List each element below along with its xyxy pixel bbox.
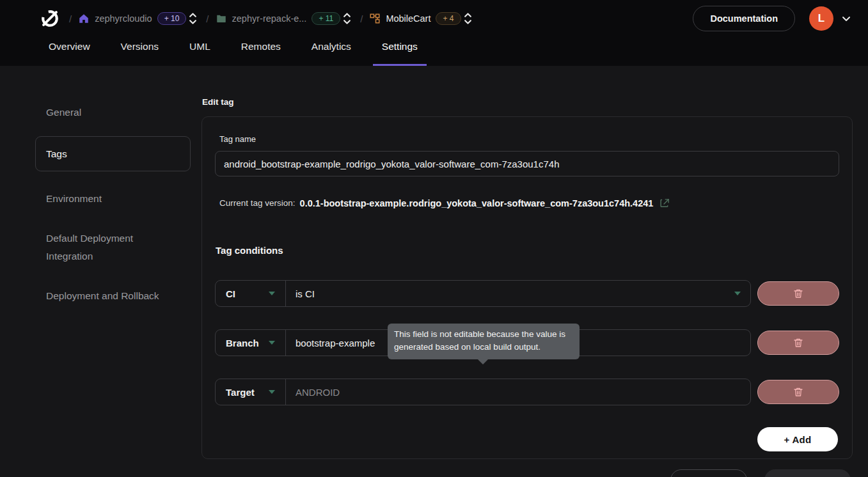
sidebar-item-deployment-and-rollback[interactable]: Deployment and Rollback bbox=[35, 280, 191, 311]
breadcrumb-separator: / bbox=[69, 13, 72, 24]
breadcrumb-separator: / bbox=[206, 13, 209, 24]
documentation-button[interactable]: Documentation bbox=[693, 6, 795, 31]
tab-settings[interactable]: Settings bbox=[373, 37, 427, 66]
add-condition-button[interactable]: + Add bbox=[757, 427, 838, 451]
chevron-down-icon bbox=[269, 292, 275, 295]
current-version-line: Current tag version: 0.0.1-bootstrap-exa… bbox=[219, 198, 839, 208]
page-title: Edit tag bbox=[201, 97, 853, 107]
external-link-icon[interactable] bbox=[659, 198, 670, 208]
breadcrumb-project[interactable]: zephyr-repack-e... + 11 bbox=[216, 12, 341, 25]
tag-conditions-title: Tag conditions bbox=[216, 245, 839, 256]
condition-value-dropdown[interactable]: is CI bbox=[286, 281, 750, 306]
top-bar: / zephyrcloudio + 10 / zephyr-repack-e..… bbox=[0, 0, 868, 37]
condition-type-select[interactable]: Target bbox=[216, 379, 286, 405]
add-row: + Add bbox=[215, 427, 839, 451]
edit-tag-panel: Tag name Current tag version: 0.0.1-boot… bbox=[201, 116, 853, 459]
condition-value-label: bootstrap-example bbox=[296, 338, 375, 348]
condition-value-field-disabled: ANDROID bbox=[286, 379, 750, 405]
sidebar-item-general[interactable]: General bbox=[35, 97, 191, 128]
current-version-label: Current tag version: bbox=[219, 198, 296, 208]
tag-name-input[interactable] bbox=[215, 151, 839, 176]
zephyr-logo-icon[interactable] bbox=[37, 6, 63, 31]
bottom-right-button-partial[interactable] bbox=[764, 469, 851, 477]
condition-value-label: is CI bbox=[296, 288, 315, 299]
condition-value-label: ANDROID bbox=[296, 387, 340, 398]
folder-icon bbox=[216, 13, 227, 24]
breadcrumb-app-label: MobileCart bbox=[386, 13, 430, 24]
delete-condition-button[interactable] bbox=[757, 380, 839, 404]
top-header: / zephyrcloudio + 10 / zephyr-repack-e..… bbox=[0, 0, 868, 66]
sidebar-item-tags[interactable]: Tags bbox=[35, 136, 191, 171]
condition-type-select[interactable]: Branch bbox=[216, 330, 286, 356]
breadcrumb-org-label: zephyrcloudio bbox=[95, 13, 152, 24]
project-switcher-chevrons-icon[interactable] bbox=[343, 12, 351, 26]
breadcrumb-separator: / bbox=[360, 13, 363, 24]
trash-icon bbox=[793, 387, 803, 397]
primary-tabs: Overview Versions UML Remotes Analytics … bbox=[0, 37, 868, 66]
tab-uml[interactable]: UML bbox=[180, 37, 219, 66]
condition-type-select[interactable]: CI bbox=[216, 281, 286, 306]
chevron-down-icon bbox=[269, 341, 275, 345]
field-not-editable-tooltip: This field is not editable because the v… bbox=[388, 324, 580, 359]
breadcrumb-application[interactable]: MobileCart + 4 bbox=[369, 12, 461, 25]
condition-combo: CI is CI bbox=[215, 280, 751, 307]
user-avatar[interactable]: L bbox=[809, 6, 833, 31]
org-switcher-chevrons-icon[interactable] bbox=[189, 12, 197, 26]
condition-row-target: Target ANDROID bbox=[215, 379, 839, 405]
current-version-value: 0.0.1-bootstrap-example.rodrigo_yokota_v… bbox=[300, 198, 654, 208]
project-count-badge: + 11 bbox=[312, 12, 340, 25]
tab-overview[interactable]: Overview bbox=[40, 37, 99, 66]
delete-condition-button[interactable] bbox=[757, 281, 839, 306]
condition-combo: Target ANDROID bbox=[215, 379, 751, 405]
bottom-left-button-partial[interactable] bbox=[670, 469, 747, 477]
user-menu-chevron-down-icon[interactable] bbox=[841, 13, 851, 24]
settings-sidebar: General Tags Environment Default Deploym… bbox=[0, 66, 201, 459]
app-count-badge: + 4 bbox=[436, 12, 461, 25]
sidebar-item-environment[interactable]: Environment bbox=[35, 183, 191, 214]
condition-type-label: Target bbox=[226, 387, 255, 398]
org-count-badge: + 10 bbox=[157, 12, 187, 25]
tab-remotes[interactable]: Remotes bbox=[232, 37, 290, 66]
chevron-down-icon bbox=[269, 390, 275, 394]
app-switcher-chevrons-icon[interactable] bbox=[464, 12, 472, 26]
condition-type-label: CI bbox=[226, 288, 235, 299]
tab-versions[interactable]: Versions bbox=[112, 37, 168, 66]
breadcrumb-project-label: zephyr-repack-e... bbox=[232, 13, 307, 24]
delete-condition-button[interactable] bbox=[757, 331, 839, 355]
trash-icon bbox=[793, 338, 803, 348]
sidebar-item-default-deployment-integration[interactable]: Default Deployment Integration bbox=[35, 223, 176, 271]
condition-row-ci: CI is CI bbox=[215, 280, 839, 307]
tab-analytics[interactable]: Analytics bbox=[303, 37, 360, 66]
trash-icon bbox=[793, 288, 803, 299]
modules-icon bbox=[369, 13, 381, 24]
home-icon bbox=[78, 13, 90, 24]
condition-type-label: Branch bbox=[226, 338, 259, 348]
chevron-down-icon bbox=[734, 292, 741, 295]
content-layout: General Tags Environment Default Deploym… bbox=[0, 66, 868, 459]
main-content: Edit tag Tag name Current tag version: 0… bbox=[201, 66, 868, 459]
breadcrumb-organization[interactable]: zephyrcloudio + 10 bbox=[78, 12, 186, 25]
tag-name-label: Tag name bbox=[219, 134, 839, 144]
